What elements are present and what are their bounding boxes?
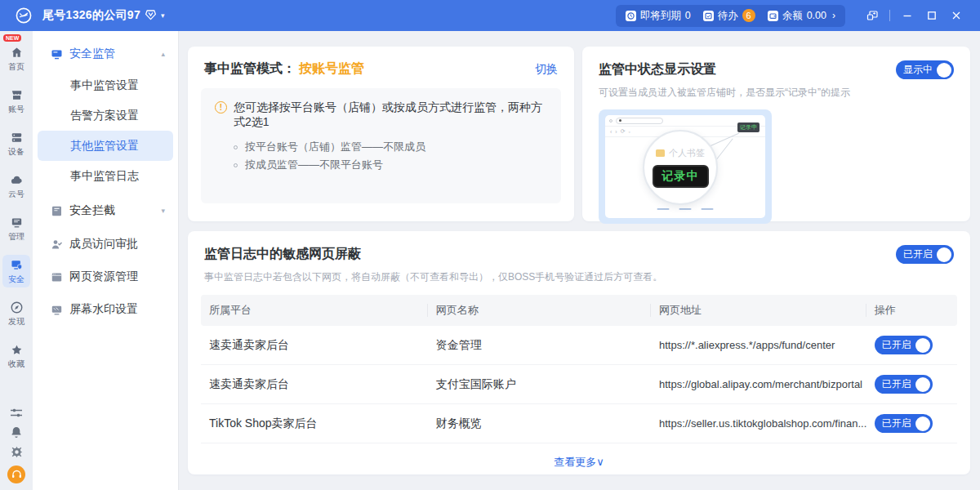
table-row: TikTok Shop卖家后台 财务概览 https://seller.us.t… xyxy=(201,404,957,443)
cell-platform: 速卖通卖家后台 xyxy=(201,377,428,392)
mode-value: 按账号监管 xyxy=(299,60,364,78)
balance-label: 余额 xyxy=(782,9,803,23)
sidebar-menu: 安全监管 ▴ 事中监管设置 告警方案设置 其他监管设置 事中监管日志 安全拦截 … xyxy=(33,31,179,490)
bell-icon[interactable] xyxy=(11,426,22,439)
company-switcher[interactable]: 尾号1326的公司97 ▾ xyxy=(42,8,165,23)
rail-item-accounts[interactable]: 账号 xyxy=(2,85,30,118)
tab-dot-icon xyxy=(609,119,612,122)
sidebar-item-web-resource-management[interactable]: 网页资源管理 xyxy=(33,261,178,292)
todo-stat[interactable]: 待办 6 xyxy=(703,9,755,23)
rail-item-manage[interactable]: 管理 xyxy=(2,212,30,245)
table-row: 速卖通卖家后台 支付宝国际账户 https://global.alipay.co… xyxy=(201,365,957,404)
sidebar-item-supervision-logs[interactable]: 事中监管日志 xyxy=(38,161,173,191)
switch-mode-link[interactable]: 切换 xyxy=(535,62,558,77)
toggle-knob-icon xyxy=(915,416,930,431)
toggle-knob-icon xyxy=(915,338,930,353)
cell-page-url: https://seller.us.tiktokglobalshop.com/f… xyxy=(651,417,866,430)
rail-bottom-tools xyxy=(7,408,25,490)
cell-page-name: 资金管理 xyxy=(428,338,651,353)
close-button[interactable] xyxy=(944,5,969,26)
table-header: 所属平台 网页名称 网页地址 操作 xyxy=(201,295,957,326)
sidebar-item-label: 事中监管日志 xyxy=(70,169,139,184)
row-toggle[interactable]: 已开启 xyxy=(875,414,933,433)
sidebar-item-label: 安全拦截 xyxy=(69,203,115,218)
toggle-knob-icon xyxy=(915,377,930,392)
rail-item-devices[interactable]: 设备 xyxy=(2,127,30,160)
vip-badge-icon xyxy=(145,9,157,23)
block-card-desc: 事中监管日志中若包含以下网页，将自动屏蔽（不可查看和导出），仅BOSS手机号验证… xyxy=(188,270,970,284)
balance-stat[interactable]: 余额 0.00 › xyxy=(768,9,835,23)
rail-item-home[interactable]: NEW 首页 xyxy=(2,42,30,75)
todo-label: 待办 xyxy=(718,9,738,23)
new-badge: NEW xyxy=(3,34,21,42)
rail-item-favorites[interactable]: 收藏 xyxy=(2,340,30,372)
toggle-label: 已开启 xyxy=(882,377,911,391)
sidebar-item-in-process-settings[interactable]: 事中监管设置 xyxy=(38,70,173,100)
browser-tab xyxy=(616,118,663,124)
folder-icon xyxy=(656,149,665,157)
company-name: 尾号1326的公司97 xyxy=(42,8,140,23)
sidebar-item-member-access-approval[interactable]: 成员访问审批 xyxy=(33,229,178,260)
gear-icon[interactable] xyxy=(11,446,23,458)
rail-item-security[interactable]: 安全 xyxy=(2,255,30,287)
home-icon xyxy=(10,46,24,60)
sidebar-item-label: 事中监管设置 xyxy=(70,78,139,93)
view-more-link[interactable]: 查看更多∨ xyxy=(554,456,604,468)
status-display-card: 监管中状态显示设置 显示中 可设置当成员进入被监管店铺时，是否显示“记录中”的提… xyxy=(582,47,970,221)
rail-item-label: 云号 xyxy=(8,189,24,200)
window-controls xyxy=(860,5,969,26)
mode-info-panel: ! 您可选择按平台账号（店铺）或按成员方式进行监管，两种方式2选1 按平台账号（… xyxy=(201,88,561,203)
rail-item-label: 设备 xyxy=(8,146,24,158)
expiring-value: 0 xyxy=(685,10,691,21)
sidebar-group-security-block[interactable]: 安全拦截 ▾ xyxy=(33,194,178,227)
col-action: 操作 xyxy=(866,304,957,317)
titlebar-right: 即将到期 0 待办 6 余额 0.00 › xyxy=(616,5,969,27)
mode-card-title: 事中监管模式： xyxy=(204,60,296,78)
row-toggle[interactable]: 已开启 xyxy=(875,375,933,394)
chevron-right-icon: › xyxy=(832,10,835,21)
support-headset-icon[interactable] xyxy=(7,466,25,483)
bullet-icon xyxy=(234,145,238,149)
switch-window-button[interactable] xyxy=(860,5,884,26)
rail-item-label: 发现 xyxy=(8,316,24,327)
maximize-button[interactable] xyxy=(920,5,944,26)
account-status-pill: 即将到期 0 待办 6 余额 0.00 › xyxy=(616,5,845,27)
sidebar-item-alert-plan-settings[interactable]: 告警方案设置 xyxy=(38,100,173,131)
block-card-title: 监管日志中的敏感网页屏蔽 xyxy=(204,246,361,263)
recording-illustration: ‹›⟳◦ 记录中 个人书签 记录中 xyxy=(599,109,772,224)
display-status-toggle[interactable]: 显示中 xyxy=(896,60,954,79)
minimize-button[interactable] xyxy=(895,5,920,26)
expiring-stat[interactable]: 即将到期 0 xyxy=(626,9,691,23)
sidebar-item-label: 其他监管设置 xyxy=(70,139,139,154)
sidebar-item-screen-watermark-settings[interactable]: 屏幕水印设置 xyxy=(33,294,178,325)
sensitive-page-block-card: 监管日志中的敏感网页屏蔽 已开启 事中监管日志中若包含以下网页，将自动屏蔽（不可… xyxy=(188,231,970,474)
rail-item-discover[interactable]: 发现 xyxy=(2,297,30,330)
cell-page-name: 财务概览 xyxy=(428,416,651,431)
expiring-label: 即将到期 xyxy=(640,9,681,23)
shield-book-icon xyxy=(51,205,63,217)
sensitive-pages-table: 所属平台 网页名称 网页地址 操作 速卖通卖家后台 资金管理 https://*… xyxy=(201,295,957,470)
watermark-icon xyxy=(51,304,63,316)
console-icon xyxy=(10,216,24,229)
mode-tip-text: 您可选择按平台账号（店铺）或按成员方式进行监管，两种方式2选1 xyxy=(234,100,547,130)
calendar-check-icon xyxy=(703,11,714,21)
cloud-icon xyxy=(10,173,24,187)
browser-mockup: ‹›⟳◦ 记录中 个人书签 记录中 xyxy=(605,115,765,218)
mode-bullet: 按平台账号（店铺）监管——不限成员 xyxy=(234,138,547,156)
col-page-url: 网页地址 xyxy=(651,304,866,317)
display-card-title: 监管中状态显示设置 xyxy=(599,61,716,78)
display-card-desc: 可设置当成员进入被监管店铺时，是否显示“记录中”的提示 xyxy=(582,86,970,100)
rail-item-cloud[interactable]: 云号 xyxy=(2,170,30,203)
magnifier-circle: 个人书签 记录中 xyxy=(643,130,718,205)
block-master-toggle[interactable]: 已开启 xyxy=(896,245,954,264)
rail-item-label: 安全 xyxy=(8,274,24,285)
toggle-knob-icon xyxy=(937,247,951,262)
sidebar-group-security-supervision[interactable]: 安全监管 ▴ xyxy=(33,38,178,70)
row-toggle[interactable]: 已开启 xyxy=(875,336,933,354)
sidebar-group-label: 安全监管 xyxy=(69,47,115,61)
sidebar-item-other-supervision-settings[interactable]: 其他监管设置 xyxy=(38,131,173,161)
member-approve-icon xyxy=(51,238,63,251)
preferences-sliders-icon[interactable] xyxy=(10,408,23,419)
toggle-label: 已开启 xyxy=(903,247,933,261)
sidebar-item-label: 网页资源管理 xyxy=(69,270,138,284)
